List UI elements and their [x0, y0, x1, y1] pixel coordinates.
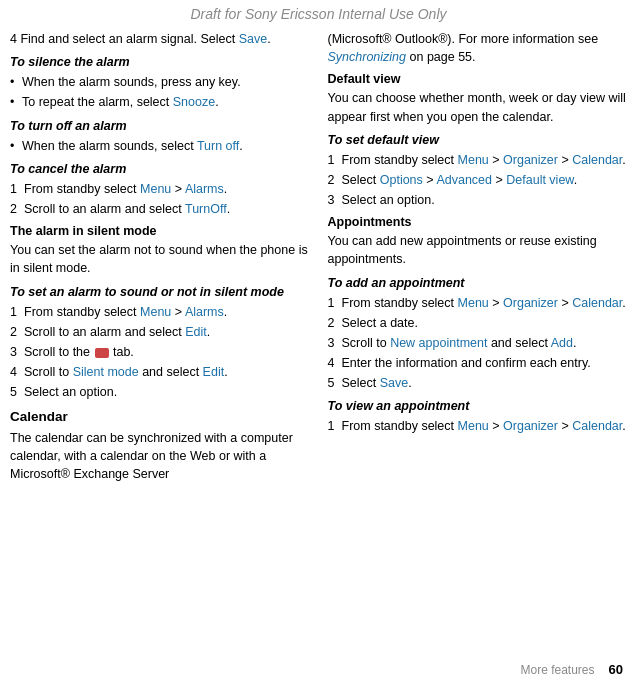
footer: More features 60: [520, 662, 623, 677]
alarms-link-1[interactable]: Alarms: [185, 182, 224, 196]
save-link[interactable]: Save: [239, 32, 268, 46]
calendar-cont-text: (Microsoft® Outlook®). For more informat…: [328, 30, 628, 66]
set-default-view-steps: 1 From standby select Menu > Organizer >…: [328, 151, 628, 209]
header-text: Draft for Sony Ericsson Internal Use Onl…: [191, 6, 447, 22]
set-silent-step1: 1 From standby select Menu > Alarms.: [10, 303, 310, 321]
view-appt-step1: 1 From standby select Menu > Organizer >…: [328, 417, 628, 435]
turn-off-alarm-list: When the alarm sounds, select Turn off.: [10, 137, 310, 155]
default-view-link[interactable]: Default view: [506, 173, 573, 187]
step4-num: 4: [10, 32, 17, 46]
organizer-link-1[interactable]: Organizer: [503, 153, 558, 167]
set-alarm-silent-heading: To set an alarm to sound or not in silen…: [10, 283, 310, 301]
calendar-link-2[interactable]: Calendar: [572, 296, 622, 310]
content-area: 4 Find and select an alarm signal. Selec…: [0, 26, 637, 486]
add-appt-step4: 4 Enter the information and confirm each…: [328, 354, 628, 372]
silent-mode-info-heading: The alarm in silent mode: [10, 222, 310, 240]
advanced-link[interactable]: Advanced: [436, 173, 492, 187]
cancel-step2: 2 Scroll to an alarm and select TurnOff.: [10, 200, 310, 218]
right-column: (Microsoft® Outlook®). For more informat…: [324, 30, 628, 486]
default-view-step3: 3 Select an option.: [328, 191, 628, 209]
tab-icon: [95, 348, 109, 358]
calendar-link-3[interactable]: Calendar: [572, 419, 622, 433]
add-appt-step3: 3 Scroll to New appointment and select A…: [328, 334, 628, 352]
page-header: Draft for Sony Ericsson Internal Use Onl…: [0, 0, 637, 26]
silent-mode-info-text: You can set the alarm not to sound when …: [10, 241, 310, 277]
menu-link-2[interactable]: Menu: [140, 305, 171, 319]
default-view-step2: 2 Select Options > Advanced > Default vi…: [328, 171, 628, 189]
menu-link-3[interactable]: Menu: [458, 153, 489, 167]
step4-text: Find and select an alarm signal. Select: [20, 32, 235, 46]
footer-label: More features: [520, 663, 594, 677]
set-alarm-silent-steps: 1 From standby select Menu > Alarms. 2 S…: [10, 303, 310, 402]
cancel-alarm-steps: 1 From standby select Menu > Alarms. 2 S…: [10, 180, 310, 218]
silence-alarm-heading: To silence the alarm: [10, 53, 310, 71]
menu-link-4[interactable]: Menu: [458, 296, 489, 310]
turn-off-bullet1: When the alarm sounds, select Turn off.: [10, 137, 310, 155]
footer-page-number: 60: [609, 662, 623, 677]
organizer-link-3[interactable]: Organizer: [503, 419, 558, 433]
off-link[interactable]: off: [226, 139, 240, 153]
default-view-heading: Default view: [328, 70, 628, 88]
set-silent-step4: 4 Scroll to Silent mode and select Edit.: [10, 363, 310, 381]
cancel-alarm-heading: To cancel the alarm: [10, 160, 310, 178]
appointments-heading: Appointments: [328, 213, 628, 231]
step4-find-alarm: 4 Find and select an alarm signal. Selec…: [10, 30, 310, 48]
alarms-link-2[interactable]: Alarms: [185, 305, 224, 319]
set-silent-step2: 2 Scroll to an alarm and select Edit.: [10, 323, 310, 341]
add-link[interactable]: Add: [551, 336, 573, 350]
left-column: 4 Find and select an alarm signal. Selec…: [10, 30, 314, 486]
edit-link-1[interactable]: Edit: [185, 325, 207, 339]
default-view-text: You can choose whether month, week or da…: [328, 89, 628, 125]
silence-bullet1: When the alarm sounds, press any key.: [10, 73, 310, 91]
silence-bullet2: To repeat the alarm, select Snooze.: [10, 93, 310, 111]
turn-link[interactable]: Turn: [197, 139, 222, 153]
silence-alarm-list: When the alarm sounds, press any key. To…: [10, 73, 310, 111]
edit-link-2[interactable]: Edit: [203, 365, 225, 379]
snooze-link[interactable]: Snooze: [173, 95, 215, 109]
add-appt-step1: 1 From standby select Menu > Organizer >…: [328, 294, 628, 312]
default-view-step1: 1 From standby select Menu > Organizer >…: [328, 151, 628, 169]
view-appointment-heading: To view an appointment: [328, 397, 628, 415]
set-silent-step5: 5 Select an option.: [10, 383, 310, 401]
add-appointment-heading: To add an appointment: [328, 274, 628, 292]
add-appt-step5: 5 Select Save.: [328, 374, 628, 392]
add-appointment-steps: 1 From standby select Menu > Organizer >…: [328, 294, 628, 393]
calendar-heading: Calendar: [10, 407, 310, 427]
set-default-view-heading: To set default view: [328, 131, 628, 149]
turnoff-link[interactable]: TurnOff: [185, 202, 227, 216]
synchronizing-link[interactable]: Synchronizing: [328, 50, 407, 64]
menu-link-5[interactable]: Menu: [458, 419, 489, 433]
add-appt-step2: 2 Select a date.: [328, 314, 628, 332]
cancel-step1: 1 From standby select Menu > Alarms.: [10, 180, 310, 198]
organizer-link-2[interactable]: Organizer: [503, 296, 558, 310]
appointments-text: You can add new appointments or reuse ex…: [328, 232, 628, 268]
save-link-2[interactable]: Save: [380, 376, 409, 390]
calendar-link-1[interactable]: Calendar: [572, 153, 622, 167]
step4-period: .: [267, 32, 270, 46]
view-appointment-steps: 1 From standby select Menu > Organizer >…: [328, 417, 628, 435]
turn-off-alarm-heading: To turn off an alarm: [10, 117, 310, 135]
menu-link-1[interactable]: Menu: [140, 182, 171, 196]
new-appointment-link[interactable]: New appointment: [390, 336, 487, 350]
calendar-text: The calendar can be synchronized with a …: [10, 429, 310, 483]
set-silent-step3: 3 Scroll to the tab.: [10, 343, 310, 361]
silent-mode-link[interactable]: Silent mode: [73, 365, 139, 379]
page-container: Draft for Sony Ericsson Internal Use Onl…: [0, 0, 637, 683]
options-link[interactable]: Options: [380, 173, 423, 187]
